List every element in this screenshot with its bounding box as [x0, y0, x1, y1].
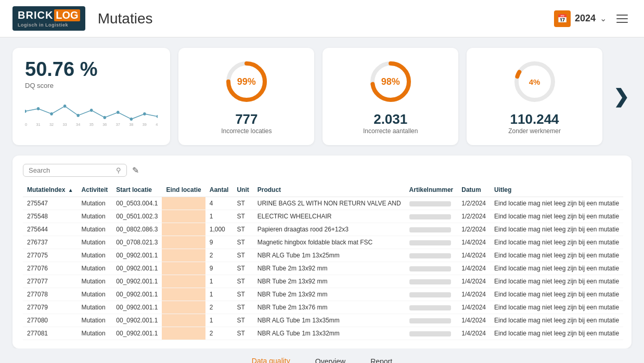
table-cell: URINE BAGS 2L WITH NON RETURN VALVE AND [253, 197, 405, 210]
hamburger-line-3 [616, 22, 628, 23]
svg-text:34: 34 [76, 122, 81, 127]
table-cell [405, 262, 458, 275]
table-cell: 1/4/2024 [457, 314, 490, 327]
table-cell: ST [233, 301, 253, 314]
table-cell: 1/4/2024 [457, 249, 490, 262]
svg-text:30: 30 [25, 122, 27, 127]
table-cell: 277076 [23, 262, 78, 275]
table-row: 277079Mutation00_0902.001.12STNBR Tube 2… [23, 301, 623, 314]
table-cell [162, 223, 205, 236]
table-cell: 1/2/2024 [457, 197, 490, 210]
table-cell: Mutation [78, 210, 112, 223]
table-cell: ST [233, 327, 253, 340]
svg-point-10 [157, 115, 158, 118]
table-cell: NBR Tube 2m 13x92 mm [253, 262, 405, 275]
col-datum[interactable]: Datum [457, 183, 490, 197]
table-cell: 00_0902.001.1 [112, 262, 162, 275]
table-cell: 4 [205, 197, 233, 210]
table-cell [162, 275, 205, 288]
table-cell: 275547 [23, 197, 78, 210]
table-cell: 277075 [23, 249, 78, 262]
search-box[interactable]: ⚲ [23, 164, 127, 177]
donut-aantallen-percent: 98% [381, 76, 400, 87]
table-cell: ST [233, 288, 253, 301]
table-cell: Mutation [78, 301, 112, 314]
col-start-locatie[interactable]: Start locatie [112, 183, 162, 197]
dq-score-label: DQ score [25, 82, 158, 89]
hamburger-line-1 [616, 15, 628, 16]
table-cell [162, 210, 205, 223]
table-cell: Eind locatie mag niet leeg zijn bij een … [490, 262, 623, 275]
table-row: 277081Mutation00_0902.001.12STNBR ALG Tu… [23, 327, 623, 340]
table-cell: 277080 [23, 314, 78, 327]
svg-point-7 [117, 111, 119, 114]
werknemer-count: 110.244 [510, 111, 559, 127]
table-row: 277076Mutation00_0902.001.19STNBR Tube 2… [23, 262, 623, 275]
table-cell: 00_0501.002.3 [112, 210, 162, 223]
next-arrow-button[interactable]: ❯ [611, 48, 632, 145]
table-cell: Mutation [78, 288, 112, 301]
werknemer-label: Zonder werknemer [508, 127, 561, 135]
nav-overview[interactable]: Overview [315, 357, 345, 363]
col-artikelnummer[interactable]: Artikelnummer [405, 183, 458, 197]
col-uitleg[interactable]: Uitleg [490, 183, 623, 197]
table-cell: 00_0902.001.1 [112, 249, 162, 262]
table-cell: ST [233, 275, 253, 288]
dq-score-card: 50.76 % DQ score 30 [12, 48, 170, 145]
svg-point-2 [50, 112, 53, 115]
table-cell: ST [233, 223, 253, 236]
table-cell: Eind locatie mag niet leeg zijn bij een … [490, 236, 623, 249]
table-cell: 00_0902.001.1 [112, 327, 162, 340]
col-activiteit[interactable]: Activiteit [78, 183, 112, 197]
hamburger-button[interactable] [613, 9, 632, 28]
table-cell: NBR Tube 2m 13x76 mm [253, 301, 405, 314]
table-cell: 2 [205, 301, 233, 314]
table-cell: Mutation [78, 223, 112, 236]
col-eind-locatie[interactable]: Eind locatie [162, 183, 205, 197]
table-cell: NBR Tube 2m 13x92 mm [253, 288, 405, 301]
logo-subtitle: Logisch in Logistiek [18, 22, 80, 28]
table-cell: NBR Tube 2m 13x92 mm [253, 275, 405, 288]
table-cell: 00_0802.086.3 [112, 223, 162, 236]
table-cell: 1/4/2024 [457, 275, 490, 288]
aantallen-count: 2.031 [373, 111, 407, 127]
dq-score-value: 50.76 % [25, 58, 158, 81]
table-cell: 277081 [23, 327, 78, 340]
table-cell [162, 197, 205, 210]
nav-report[interactable]: Report [370, 357, 392, 363]
svg-point-4 [76, 114, 79, 117]
table-cell [405, 327, 458, 340]
table-cell: ST [233, 249, 253, 262]
table-cell: 1/2/2024 [457, 210, 490, 223]
svg-text:32: 32 [49, 122, 54, 127]
table-cell: Eind locatie mag niet leeg zijn bij een … [490, 288, 623, 301]
table-cell: NBR ALG Tube 1m 13x35mm [253, 314, 405, 327]
svg-text:36: 36 [102, 122, 107, 127]
mutations-table: MutatieIndex ▲ Activiteit Start locatie … [23, 183, 623, 340]
table-cell: Mutation [78, 275, 112, 288]
table-row: 277075Mutation00_0902.001.12STNBR ALG Tu… [23, 249, 623, 262]
col-aantal[interactable]: Aantal [205, 183, 233, 197]
search-input[interactable] [29, 166, 116, 174]
table-cell: Papieren draagtas rood 26+12x3 [253, 223, 405, 236]
col-unit[interactable]: Unit [233, 183, 253, 197]
year-selector[interactable]: 📅 2024 ⌄ [554, 10, 607, 27]
nav-data-quality[interactable]: Data quality [252, 357, 290, 363]
svg-text:38: 38 [129, 122, 133, 127]
svg-text:31: 31 [36, 122, 40, 127]
col-product[interactable]: Product [253, 183, 405, 197]
svg-point-5 [90, 109, 93, 112]
svg-text:39: 39 [143, 122, 147, 127]
table-header-row: MutatieIndex ▲ Activiteit Start locatie … [23, 183, 623, 197]
table-cell: 1,000 [205, 223, 233, 236]
search-icon: ⚲ [116, 166, 121, 174]
table-cell: 00_0902.001.1 [112, 301, 162, 314]
table-cell [162, 327, 205, 340]
filter-icon[interactable]: ✎ [132, 165, 139, 175]
svg-point-1 [37, 107, 40, 110]
col-mutatie-index[interactable]: MutatieIndex ▲ [23, 183, 78, 197]
table-cell: 1/4/2024 [457, 288, 490, 301]
table-cell: ST [233, 210, 253, 223]
table-cell: 275644 [23, 223, 78, 236]
table-cell: ST [233, 262, 253, 275]
